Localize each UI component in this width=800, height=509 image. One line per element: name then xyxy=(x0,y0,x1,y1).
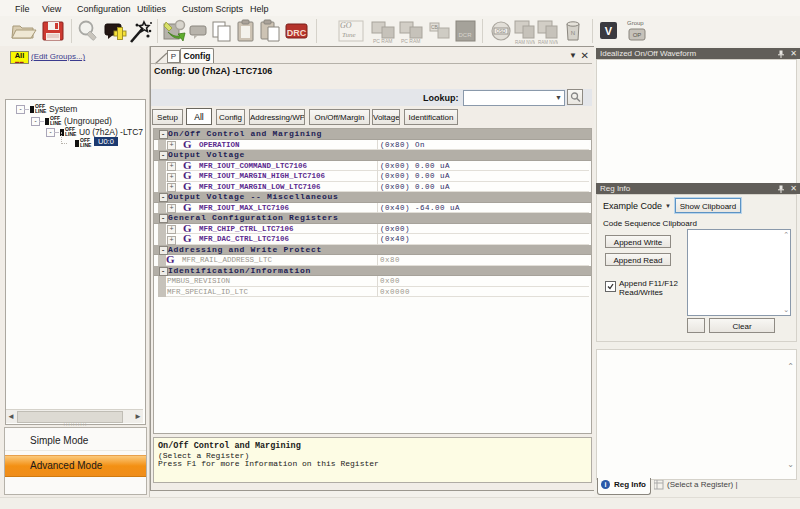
svg-text:Group: Group xyxy=(627,20,644,26)
svg-text:PC RAM: PC RAM xyxy=(373,38,392,44)
svg-text:Tune: Tune xyxy=(342,31,356,39)
svg-text:GO: GO xyxy=(340,21,352,30)
svg-text:RAM NVM: RAM NVM xyxy=(538,40,558,45)
svg-text:OSD: OSD xyxy=(496,29,507,34)
svg-text:V: V xyxy=(605,25,613,37)
svg-text:CB: CB xyxy=(431,24,439,30)
svg-text:DCR: DCR xyxy=(459,32,473,38)
svg-text:N: N xyxy=(571,30,575,36)
svg-text:RAM NVM: RAM NVM xyxy=(515,40,535,45)
svg-text:DRC: DRC xyxy=(287,28,307,38)
svg-text:PC RAM: PC RAM xyxy=(401,38,420,44)
svg-text:OP: OP xyxy=(633,32,642,38)
